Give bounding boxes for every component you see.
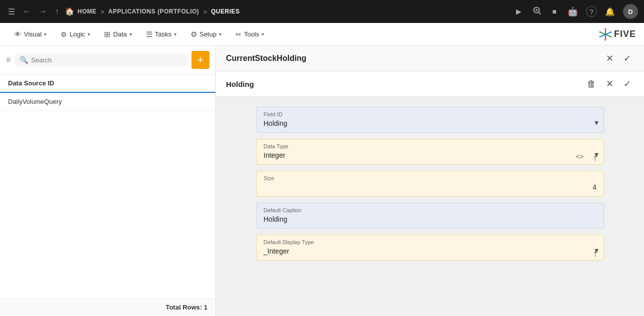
default-caption-group: Default Caption Holding [256, 203, 604, 229]
toolbar-tools-label: Tools [244, 30, 259, 38]
bell-icon[interactable]: 🔔 [602, 5, 618, 18]
back-icon[interactable]: ← [21, 5, 33, 18]
sidebar-footer: Total Rows: 1 [0, 298, 216, 316]
content-title: CurrentStockHolding [226, 54, 603, 63]
breadcrumb-queries[interactable]: QUERIES [211, 8, 240, 15]
content-confirm-button[interactable]: ✓ [620, 52, 634, 65]
tools-caret: ▾ [262, 31, 264, 37]
toolbar-data[interactable]: ⊞ Data ▾ [98, 27, 138, 42]
search-icon: 🔍 [20, 56, 28, 64]
add-button[interactable]: + [192, 51, 210, 69]
robot-icon[interactable]: 🤖 [564, 4, 581, 19]
home-icon: 🏠 [65, 7, 74, 16]
setup-icon: ⚙ [190, 30, 197, 39]
five-brand-label: FIVE [614, 29, 636, 39]
data-icon: ⊞ [104, 30, 110, 39]
field-id-dropdown[interactable]: ▾ [594, 118, 598, 127]
top-navigation: ☰ ← → ↑ 🏠 HOME > APPLICATIONS (PORTFOLIO… [0, 0, 644, 23]
logic-icon: ⚙ [60, 30, 67, 38]
field-id-value: Holding [264, 119, 596, 127]
data-type-value: Integer [264, 151, 596, 159]
menu-icon[interactable]: ☰ [6, 5, 17, 18]
holding-confirm-button[interactable]: ✓ [620, 77, 634, 90]
stop-button[interactable]: ■ [550, 5, 560, 17]
sidebar: ≡ 🔍 + Data Source ID DailyVolumeQuery To… [0, 46, 216, 316]
up-icon[interactable]: ↑ [53, 5, 61, 18]
setup-caret: ▾ [219, 31, 222, 37]
toolbar-logic[interactable]: ⚙ Logic ▾ [54, 27, 96, 41]
play-button[interactable]: ▶ [513, 5, 524, 17]
toolbar-setup-label: Setup [200, 30, 216, 38]
toolbar-visual[interactable]: 👁 Visual ▾ [8, 27, 52, 41]
holding-close-button[interactable]: ✕ [603, 77, 616, 90]
toolbar-logic-label: Logic [70, 30, 85, 38]
visual-caret: ▾ [44, 31, 46, 37]
data-type-code-button[interactable]: <> [576, 153, 584, 160]
holding-title: Holding [226, 80, 584, 88]
sidebar-column-header: Data Source ID [0, 74, 216, 93]
logic-caret: ▾ [88, 31, 90, 37]
data-type-label: Data Type [264, 143, 596, 149]
search-input[interactable] [31, 56, 182, 64]
five-logo: FIVE [598, 27, 636, 41]
tasks-caret: ▾ [174, 31, 176, 37]
secondary-toolbar: 👁 Visual ▾ ⚙ Logic ▾ ⊞ Data ▾ ☰ Tasks ▾ … [0, 23, 644, 46]
size-label: Size [264, 175, 596, 181]
breadcrumb-home[interactable]: HOME [78, 8, 96, 15]
eye-icon: 👁 [14, 30, 22, 38]
default-caption-value: Holding [264, 215, 596, 223]
default-caption-label: Default Caption [264, 207, 596, 213]
sidebar-row-label: DailyVolumeQuery [8, 98, 62, 105]
five-logo-svg [598, 27, 612, 41]
holding-actions: 🗑 ✕ ✓ [584, 77, 634, 90]
toolbar-tasks[interactable]: ☰ Tasks ▾ [140, 27, 182, 42]
forward-icon[interactable]: → [37, 5, 49, 18]
breadcrumb-sep1: > [100, 8, 104, 15]
sidebar-search-bar: ≡ 🔍 + [0, 46, 216, 74]
toolbar-tools[interactable]: ✂ Tools ▾ [230, 27, 270, 41]
default-display-type-dropdown[interactable]: ▾ [594, 246, 598, 255]
breadcrumb-sep2: > [203, 8, 207, 15]
holding-panel: Holding 🗑 ✕ ✓ [216, 71, 644, 97]
breadcrumb: 🏠 HOME > APPLICATIONS (PORTFOLIO) > QUER… [65, 7, 240, 16]
sidebar-row-dailyvolumequery[interactable]: DailyVolumeQuery [0, 93, 216, 111]
size-group: Size 4 [256, 171, 604, 197]
top-nav-right-actions: ▶ ■ 🤖 ? 🔔 D [513, 4, 638, 19]
search-input-wrapper: 🔍 [14, 53, 188, 66]
toolbar-setup[interactable]: ⚙ Setup ▾ [184, 27, 228, 42]
holding-delete-button[interactable]: 🗑 [584, 78, 599, 90]
sidebar-table: Data Source ID DailyVolumeQuery [0, 74, 216, 298]
svg-line-2 [538, 12, 540, 14]
breadcrumb-applications[interactable]: APPLICATIONS (PORTFOLIO) [108, 8, 200, 15]
toolbar-data-label: Data [113, 30, 126, 38]
default-display-type-value: _Integer [264, 247, 596, 255]
help-icon[interactable]: ? [586, 6, 597, 17]
header-actions: ✕ ✓ [603, 52, 634, 65]
toolbar-visual-label: Visual [24, 30, 42, 38]
filter-icon: ≡ [6, 55, 10, 64]
default-display-type-label: Default Display Type [264, 239, 596, 245]
main-layout: ≡ 🔍 + Data Source ID DailyVolumeQuery To… [0, 46, 644, 316]
content-area: CurrentStockHolding ✕ ✓ Holding 🗑 ✕ ✓ Fi… [216, 46, 644, 316]
form-area: Field ID Holding ▾ Data Type Integer <> … [216, 97, 644, 316]
content-close-button[interactable]: ✕ [603, 52, 616, 65]
search-button[interactable] [530, 4, 544, 19]
tools-icon: ✂ [236, 30, 242, 38]
svg-point-1 [536, 9, 538, 11]
data-caret: ▾ [130, 31, 132, 37]
default-display-type-group: Default Display Type _Integer ▾ ↑ [256, 235, 604, 261]
size-value: 4 [264, 183, 596, 191]
data-type-group: Data Type Integer <> ▾ ↑ [256, 139, 604, 165]
toolbar-tasks-label: Tasks [155, 30, 172, 38]
data-type-dropdown[interactable]: ▾ [594, 150, 598, 159]
user-avatar[interactable]: D [623, 4, 638, 19]
tasks-icon: ☰ [146, 30, 152, 39]
field-id-group: Field ID Holding ▾ [256, 107, 604, 133]
field-id-label: Field ID [264, 111, 596, 117]
content-header: CurrentStockHolding ✕ ✓ [216, 46, 644, 71]
